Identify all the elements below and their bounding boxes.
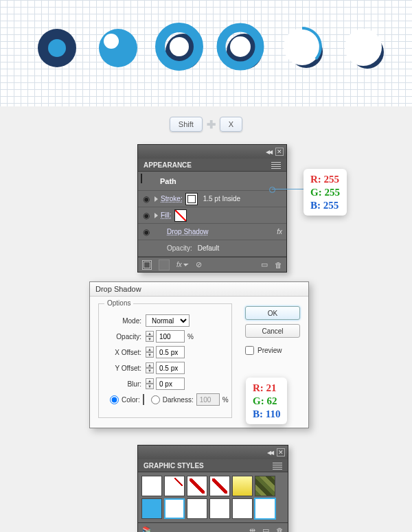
yoffset-stepper[interactable]: ▲▼ [146, 362, 154, 373]
darkness-field [196, 393, 220, 406]
graphic-style[interactable] [141, 476, 162, 496]
appearance-panel: ◀◀ ✕ APPEARANCE Path ◉ Stroke: 1.5 pt In… [137, 144, 287, 273]
stroke-swatch[interactable] [185, 193, 198, 205]
rgb-stroke-callout: R: 255 G: 255 B: 255 [304, 169, 347, 216]
opacity-field[interactable] [156, 330, 185, 343]
fill-swatch[interactable] [174, 209, 187, 222]
appearance-title: APPEARANCE [144, 161, 192, 169]
collapse-icon[interactable]: ◀◀ [267, 450, 273, 456]
fx-button[interactable]: fx⏷ [176, 261, 189, 268]
libraries-icon[interactable]: 📚 [142, 526, 152, 532]
callout-connector [272, 189, 304, 189]
panel-menu-icon[interactable] [273, 463, 282, 470]
fill-label[interactable]: Fill: [161, 211, 172, 219]
color-radio[interactable] [110, 395, 119, 404]
collapse-icon[interactable]: ◀◀ [266, 149, 271, 155]
yoffset-field[interactable] [156, 362, 185, 374]
graphic-style[interactable] [187, 498, 207, 519]
fx-icon: fx [277, 228, 282, 235]
add-stroke-icon[interactable] [159, 259, 170, 270]
stroke-row[interactable]: ◉ Stroke: 1.5 pt Inside [138, 191, 286, 207]
plus-icon: ✚ [207, 118, 216, 131]
svg-point-15 [353, 37, 374, 58]
close-icon[interactable]: ✕ [275, 148, 284, 156]
drop-shadow-link[interactable]: Drop Shadow [167, 228, 209, 235]
svg-point-1 [48, 39, 66, 57]
close-icon[interactable]: ✕ [277, 448, 285, 456]
effect-row[interactable]: ◉ Drop Shadow fx [138, 224, 286, 240]
svg-point-3 [104, 34, 119, 49]
expand-icon[interactable] [154, 196, 158, 202]
opacity-stepper[interactable]: ▲▼ [146, 331, 154, 342]
svg-point-6 [170, 37, 189, 56]
stroke-label[interactable]: Stroke: [161, 195, 183, 203]
trash-icon[interactable]: 🗑 [276, 527, 284, 533]
graphic-styles-title: GRAPHIC STYLES [144, 462, 204, 470]
blur-stepper[interactable]: ▲▼ [146, 378, 154, 389]
graphic-style[interactable] [164, 476, 185, 496]
xoffset-field[interactable] [156, 346, 185, 358]
duplicate-icon[interactable]: ▭ [261, 260, 268, 269]
xoffset-stepper[interactable]: ▲▼ [146, 347, 154, 358]
opacity-row[interactable]: ◉ Opacity: Default [138, 240, 286, 257]
panel-menu-icon[interactable] [271, 162, 281, 169]
trash-icon[interactable]: 🗑 [275, 261, 282, 269]
svg-point-9 [230, 36, 251, 57]
ok-button[interactable]: OK [245, 306, 300, 320]
darkness-radio[interactable] [151, 395, 160, 404]
dialog-title: Drop Shadow [90, 282, 308, 297]
graphic-style[interactable] [209, 498, 230, 519]
graphic-style[interactable] [187, 476, 207, 496]
path-row[interactable]: Path [138, 172, 286, 191]
new-art-icon[interactable] [142, 260, 152, 270]
options-legend: Options [104, 299, 133, 307]
preview-checkbox[interactable] [245, 346, 254, 355]
visibility-icon[interactable]: ◉ [141, 227, 152, 237]
graphic-style[interactable] [141, 498, 162, 519]
clear-icon[interactable]: ⊘ [196, 260, 202, 269]
graphic-style[interactable] [164, 498, 185, 519]
key-shift: Shift [170, 117, 203, 132]
stroke-info: 1.5 pt Inside [203, 195, 240, 203]
svg-point-12 [292, 36, 312, 57]
canvas-grid [0, 0, 412, 106]
new-style-icon[interactable]: ▭ [262, 526, 269, 532]
fill-row[interactable]: ◉ Fill: [138, 207, 286, 224]
opacity-label[interactable]: Opacity: [167, 244, 192, 252]
svg-point-2 [99, 29, 137, 67]
visibility-icon[interactable]: ◉ [141, 211, 152, 220]
graphic-style-selected[interactable] [255, 498, 275, 519]
graphic-styles-panel: ◀◀ ✕ GRAPHIC STYLES 📚 ⇹ ▭ 🗑 [137, 445, 288, 532]
graphic-style[interactable] [232, 498, 253, 519]
cancel-button[interactable]: Cancel [245, 324, 300, 338]
mode-select[interactable]: Normal [146, 314, 190, 327]
break-link-icon[interactable]: ⇹ [249, 526, 255, 532]
shadow-color-swatch[interactable] [143, 394, 144, 405]
expand-icon[interactable] [154, 213, 158, 218]
blur-field[interactable] [156, 378, 185, 390]
visibility-icon[interactable]: ◉ [141, 194, 152, 204]
graphic-style[interactable] [232, 476, 253, 496]
rgb-shadow-callout: R: 21 G: 62 B: 110 [246, 378, 287, 424]
graphic-style[interactable] [255, 476, 275, 496]
key-x: X [220, 117, 242, 132]
graphic-style[interactable] [209, 476, 230, 496]
